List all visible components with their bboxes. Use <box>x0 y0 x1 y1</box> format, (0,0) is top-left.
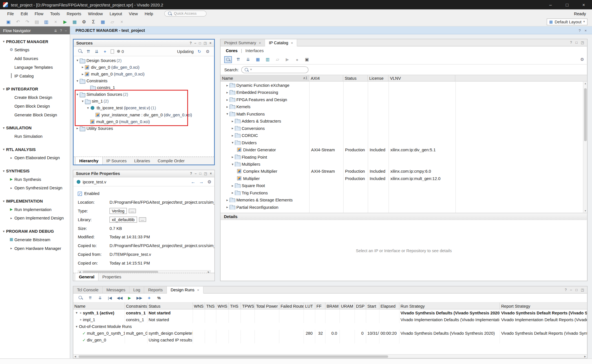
maximize-icon[interactable]: □ <box>575 41 577 45</box>
tab-messages[interactable]: Messages <box>103 287 129 293</box>
horizontal-scrollbar[interactable]: ◀ ▶ <box>73 354 587 358</box>
expand-all-icon[interactable]: ⇊ <box>92 49 101 54</box>
column-uram[interactable]: URAM <box>340 303 355 309</box>
column-whs[interactable]: WHS <box>217 303 229 309</box>
chevron-right-icon[interactable]: ▸ <box>10 186 12 190</box>
tab-design-runs[interactable]: Design Runs× <box>167 287 204 294</box>
expand-all-icon[interactable]: ⇊ <box>95 296 105 300</box>
window-minimize-button[interactable]: – <box>542 0 559 9</box>
copy-icon[interactable]: ▤ <box>32 19 41 25</box>
column-report-strategy[interactable]: Report Strategy <box>500 303 587 309</box>
chevron-right-icon[interactable]: ▸ <box>225 205 229 209</box>
column-run-strategy[interactable]: Run Strategy <box>399 303 500 309</box>
type-input[interactable]: Verilog <box>109 208 127 214</box>
flow-item-generate-bitstream[interactable]: ▦Generate Bitstream <box>0 235 70 244</box>
properties-panel-header[interactable]: Source File Properties ? – □ ◳ × <box>73 170 215 177</box>
flow-section-simulation[interactable]: ▾ SIMULATION <box>0 124 70 132</box>
horizontal-scrollbar[interactable]: ◀ ▶ <box>78 270 211 273</box>
ipcat-row-dynamic-function-exchange[interactable]: ▸Dynamic Function eXchange <box>220 81 587 88</box>
help-icon[interactable]: ? <box>579 28 581 32</box>
menu-help[interactable]: Help <box>141 11 156 16</box>
menu-view[interactable]: View <box>125 11 141 16</box>
flow-item-open-hardware-manager[interactable]: ▸Open Hardware Manager <box>0 244 70 252</box>
chevron-right-icon[interactable]: ▸ <box>230 126 235 130</box>
ipcat-row-partial-reconfiguration[interactable]: ▸Partial Reconfiguration <box>220 203 587 210</box>
tree-row-design-sources[interactable]: ▾Design Sources (2) <box>74 57 214 64</box>
tree-row-constrs-1[interactable]: constrs_1 <box>74 84 214 91</box>
sigma-icon[interactable]: Σ <box>89 19 98 25</box>
scrollbar-thumb[interactable] <box>79 356 388 358</box>
view-cores[interactable]: Cores <box>226 48 238 53</box>
close-icon[interactable]: × <box>584 28 587 32</box>
tree-row-sim-1[interactable]: ▾sim_1 (2) <box>74 98 214 105</box>
customize-ip-icon[interactable]: ▱ <box>273 57 282 62</box>
column-status[interactable]: Status <box>343 75 368 81</box>
report-icon[interactable]: ▦ <box>98 19 107 25</box>
ipcat-row-embedded-processing[interactable]: ▸Embedded Processing <box>220 89 587 96</box>
column-tns[interactable]: TNS <box>205 303 217 309</box>
flow-section-project-manager[interactable]: ▾ PROJECT MANAGER <box>0 37 70 45</box>
ipcat-row-floating-point[interactable]: ▸Floating Point <box>220 153 587 160</box>
menu-layout[interactable]: Layout <box>106 11 125 16</box>
column-dsp[interactable]: DSP <box>355 303 366 309</box>
group-by-category-icon[interactable]: ▦ <box>253 57 263 62</box>
minimize-icon[interactable]: – <box>65 28 67 32</box>
collapse-all-icon[interactable]: ⇈ <box>85 296 95 300</box>
tab-tcl-console[interactable]: Tcl Console <box>73 287 103 293</box>
ip-search-input[interactable]: ▾ <box>241 66 308 73</box>
tab-properties[interactable]: Properties <box>99 273 125 281</box>
window-maximize-button[interactable]: □ <box>559 0 575 9</box>
chevron-right-icon[interactable]: ▸ <box>225 198 229 201</box>
flow-item-open-implemented-design[interactable]: ▸Open Implemented Design <box>0 214 70 222</box>
menu-tools[interactable]: Tools <box>47 11 63 16</box>
float-icon[interactable]: ◳ <box>581 41 584 45</box>
run-row-ooc-group[interactable]: ▾Out-of-Context Module Runs <box>73 323 587 330</box>
quick-access-search[interactable]: Quick Access <box>164 10 206 16</box>
help-icon[interactable]: ? <box>565 288 567 292</box>
collapse-all-icon[interactable]: ⇈ <box>233 57 243 62</box>
tree-row-mult-gen-0[interactable]: ▸mult_gen_0 (mult_gen_0.xci) <box>74 70 214 77</box>
window-close-button[interactable]: × <box>575 0 592 9</box>
fast-forward-icon[interactable]: ▶▶ <box>134 296 144 300</box>
ipcat-row-divider-generator[interactable]: Divider GeneratorAXI4-StreamProductionIn… <box>220 146 587 153</box>
ipcat-row-adders-subtracters[interactable]: ▸Adders & Subtracters <box>220 117 587 125</box>
chevron-right-icon[interactable]: ▸ <box>10 247 12 250</box>
flow-item-run-simulation[interactable]: Run Simulation <box>0 132 70 140</box>
tab-ip-catalog[interactable]: IP Catalog× <box>265 39 297 46</box>
column-ff[interactable]: FF <box>315 303 325 309</box>
percent-icon[interactable]: % <box>154 296 164 300</box>
flow-item-run-synthesis[interactable]: ▶Run Synthesis <box>0 175 70 183</box>
chevron-right-icon[interactable]: ▸ <box>225 90 229 94</box>
flow-item-generate-block-design[interactable]: Generate Block Design <box>0 110 70 119</box>
tree-row-div-gen-0[interactable]: ▸div_gen_0 (div_gen_0.xci) <box>74 64 214 70</box>
chevron-right-icon[interactable]: ▸ <box>230 184 235 187</box>
close-icon[interactable]: × <box>291 41 293 45</box>
tab-general[interactable]: General <box>75 273 98 281</box>
search-icon[interactable] <box>76 49 84 54</box>
column-name[interactable]: Name <box>73 303 125 309</box>
chevron-right-icon[interactable]: ▸ <box>225 83 229 87</box>
chevron-right-icon[interactable]: ▸ <box>230 133 235 137</box>
expand-all-icon[interactable]: ⇊ <box>243 57 253 62</box>
browse-type-button[interactable]: … <box>129 208 136 213</box>
tree-row-tb-ipcore-test[interactable]: ▾tb_ipcore_test (ipcore_test.v) (1) <box>74 105 214 111</box>
ipcat-row-square-root[interactable]: ▸Square Root <box>220 182 587 189</box>
add-sources-icon[interactable]: + <box>101 49 109 54</box>
chevron-right-icon[interactable]: ▸ <box>75 126 80 130</box>
menu-file[interactable]: File <box>4 11 17 16</box>
chevron-down-icon[interactable]: ▾ <box>230 141 235 144</box>
scroll-left-icon[interactable]: ◀ <box>79 270 81 273</box>
save-icon[interactable]: ▣ <box>4 19 13 25</box>
menu-window[interactable]: Window <box>85 11 106 16</box>
chevron-right-icon[interactable]: ▸ <box>230 119 235 123</box>
settings-gear-icon[interactable]: ⚙ <box>79 19 89 25</box>
flow-section-ip-integrator[interactable]: ▾ IP INTEGRATOR <box>0 85 70 93</box>
column-ths[interactable]: THS <box>229 303 241 309</box>
gear-icon[interactable]: ⚙ <box>577 57 587 62</box>
chevron-right-icon[interactable]: ▸ <box>230 191 235 194</box>
chevron-down-icon[interactable]: ▾ <box>75 92 80 96</box>
column-tpws[interactable]: TPWS <box>241 303 255 309</box>
ipcat-row-kernels[interactable]: ▸Kernels <box>220 103 587 110</box>
run-row-div-gen-0[interactable]: ✓div_gen_0 Using cached IP results <box>73 337 587 343</box>
paste-icon[interactable]: ▥ <box>41 19 51 25</box>
